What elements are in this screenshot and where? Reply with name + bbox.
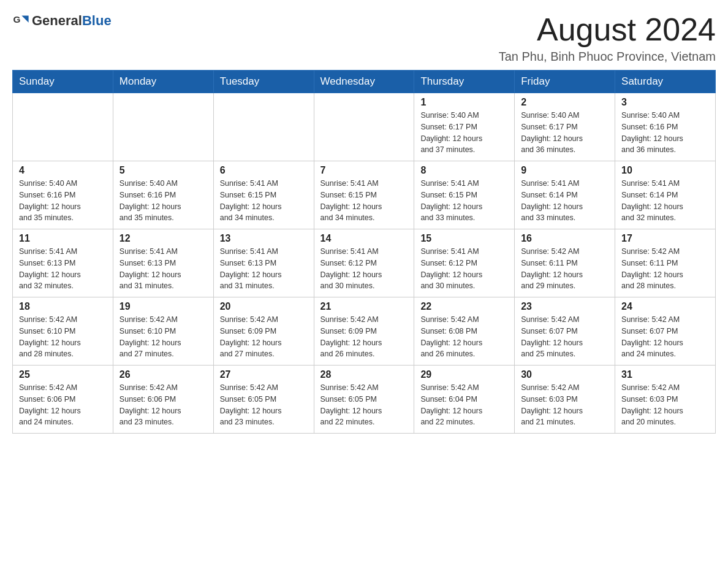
calendar-cell: 28Sunrise: 5:42 AMSunset: 6:05 PMDayligh… <box>314 366 414 434</box>
calendar-cell <box>213 93 314 161</box>
calendar-cell: 3Sunrise: 5:40 AMSunset: 6:16 PMDaylight… <box>615 93 716 161</box>
day-info: Sunrise: 5:42 AMSunset: 6:07 PMDaylight:… <box>621 314 709 360</box>
day-number: 26 <box>119 369 207 380</box>
logo-icon: G <box>12 12 29 29</box>
day-number: 7 <box>320 165 408 176</box>
weekday-header-friday: Friday <box>515 71 615 93</box>
week-row-3: 11Sunrise: 5:41 AMSunset: 6:13 PMDayligh… <box>13 229 716 297</box>
day-number: 2 <box>521 97 609 108</box>
logo-general-text: General <box>32 13 82 28</box>
day-info: Sunrise: 5:42 AMSunset: 6:11 PMDaylight:… <box>521 246 609 292</box>
day-number: 19 <box>119 301 207 312</box>
day-info: Sunrise: 5:42 AMSunset: 6:06 PMDaylight:… <box>19 382 107 428</box>
day-info: Sunrise: 5:42 AMSunset: 6:10 PMDaylight:… <box>19 314 107 360</box>
calendar-cell: 5Sunrise: 5:40 AMSunset: 6:16 PMDaylight… <box>113 161 213 229</box>
calendar-cell: 13Sunrise: 5:41 AMSunset: 6:13 PMDayligh… <box>213 229 314 297</box>
day-info: Sunrise: 5:42 AMSunset: 6:11 PMDaylight:… <box>621 246 709 292</box>
day-info: Sunrise: 5:40 AMSunset: 6:17 PMDaylight:… <box>420 110 508 156</box>
weekday-header-thursday: Thursday <box>414 71 515 93</box>
day-info: Sunrise: 5:40 AMSunset: 6:17 PMDaylight:… <box>521 110 609 156</box>
weekday-header-wednesday: Wednesday <box>314 71 414 93</box>
day-info: Sunrise: 5:42 AMSunset: 6:05 PMDaylight:… <box>320 382 408 428</box>
logo: G GeneralBlue <box>12 12 112 29</box>
day-number: 9 <box>521 165 609 176</box>
day-number: 16 <box>521 233 609 244</box>
week-row-1: 1Sunrise: 5:40 AMSunset: 6:17 PMDaylight… <box>13 93 716 161</box>
calendar-cell: 1Sunrise: 5:40 AMSunset: 6:17 PMDaylight… <box>414 93 515 161</box>
day-number: 25 <box>19 369 107 380</box>
calendar-cell: 31Sunrise: 5:42 AMSunset: 6:03 PMDayligh… <box>615 366 716 434</box>
week-row-4: 18Sunrise: 5:42 AMSunset: 6:10 PMDayligh… <box>13 297 716 366</box>
day-number: 24 <box>621 301 709 312</box>
day-number: 23 <box>521 301 609 312</box>
calendar-cell: 10Sunrise: 5:41 AMSunset: 6:14 PMDayligh… <box>615 161 716 229</box>
day-info: Sunrise: 5:42 AMSunset: 6:04 PMDaylight:… <box>420 382 508 428</box>
calendar-cell <box>113 93 213 161</box>
day-number: 22 <box>420 301 508 312</box>
day-number: 1 <box>420 97 508 108</box>
day-number: 27 <box>220 369 308 380</box>
day-number: 21 <box>320 301 408 312</box>
day-number: 13 <box>220 233 308 244</box>
calendar-cell: 22Sunrise: 5:42 AMSunset: 6:08 PMDayligh… <box>414 297 515 366</box>
day-number: 18 <box>19 301 107 312</box>
day-info: Sunrise: 5:42 AMSunset: 6:03 PMDaylight:… <box>521 382 609 428</box>
calendar-cell: 21Sunrise: 5:42 AMSunset: 6:09 PMDayligh… <box>314 297 414 366</box>
day-number: 29 <box>420 369 508 380</box>
calendar-cell: 7Sunrise: 5:41 AMSunset: 6:15 PMDaylight… <box>314 161 414 229</box>
day-info: Sunrise: 5:41 AMSunset: 6:15 PMDaylight:… <box>220 178 308 224</box>
calendar-table: SundayMondayTuesdayWednesdayThursdayFrid… <box>12 70 716 434</box>
day-number: 17 <box>621 233 709 244</box>
calendar-cell: 24Sunrise: 5:42 AMSunset: 6:07 PMDayligh… <box>615 297 716 366</box>
day-number: 4 <box>19 165 107 176</box>
day-info: Sunrise: 5:42 AMSunset: 6:09 PMDaylight:… <box>320 314 408 360</box>
calendar-cell: 20Sunrise: 5:42 AMSunset: 6:09 PMDayligh… <box>213 297 314 366</box>
calendar-cell: 26Sunrise: 5:42 AMSunset: 6:06 PMDayligh… <box>113 366 213 434</box>
day-number: 31 <box>621 369 709 380</box>
day-info: Sunrise: 5:42 AMSunset: 6:05 PMDaylight:… <box>220 382 308 428</box>
weekday-header-sunday: Sunday <box>13 71 113 93</box>
day-info: Sunrise: 5:41 AMSunset: 6:12 PMDaylight:… <box>420 246 508 292</box>
day-number: 8 <box>420 165 508 176</box>
calendar-cell: 8Sunrise: 5:41 AMSunset: 6:15 PMDaylight… <box>414 161 515 229</box>
title-area: August 2024 Tan Phu, Binh Phuoc Province… <box>499 12 716 64</box>
calendar-cell: 15Sunrise: 5:41 AMSunset: 6:12 PMDayligh… <box>414 229 515 297</box>
calendar-cell <box>314 93 414 161</box>
weekday-header-saturday: Saturday <box>615 71 716 93</box>
calendar-cell: 27Sunrise: 5:42 AMSunset: 6:05 PMDayligh… <box>213 366 314 434</box>
calendar-cell: 14Sunrise: 5:41 AMSunset: 6:12 PMDayligh… <box>314 229 414 297</box>
day-info: Sunrise: 5:42 AMSunset: 6:10 PMDaylight:… <box>119 314 207 360</box>
week-row-2: 4Sunrise: 5:40 AMSunset: 6:16 PMDaylight… <box>13 161 716 229</box>
day-info: Sunrise: 5:41 AMSunset: 6:12 PMDaylight:… <box>320 246 408 292</box>
calendar-cell: 19Sunrise: 5:42 AMSunset: 6:10 PMDayligh… <box>113 297 213 366</box>
day-number: 30 <box>521 369 609 380</box>
day-number: 20 <box>220 301 308 312</box>
calendar-cell: 17Sunrise: 5:42 AMSunset: 6:11 PMDayligh… <box>615 229 716 297</box>
calendar-cell: 30Sunrise: 5:42 AMSunset: 6:03 PMDayligh… <box>515 366 615 434</box>
week-row-5: 25Sunrise: 5:42 AMSunset: 6:06 PMDayligh… <box>13 366 716 434</box>
weekday-header-monday: Monday <box>113 71 213 93</box>
day-info: Sunrise: 5:42 AMSunset: 6:03 PMDaylight:… <box>621 382 709 428</box>
calendar-cell: 9Sunrise: 5:41 AMSunset: 6:14 PMDaylight… <box>515 161 615 229</box>
day-number: 12 <box>119 233 207 244</box>
location-title: Tan Phu, Binh Phuoc Province, Vietnam <box>499 50 716 64</box>
day-number: 11 <box>19 233 107 244</box>
day-info: Sunrise: 5:41 AMSunset: 6:13 PMDaylight:… <box>119 246 207 292</box>
day-number: 14 <box>320 233 408 244</box>
day-number: 3 <box>621 97 709 108</box>
calendar-cell: 29Sunrise: 5:42 AMSunset: 6:04 PMDayligh… <box>414 366 515 434</box>
day-info: Sunrise: 5:41 AMSunset: 6:13 PMDaylight:… <box>19 246 107 292</box>
day-number: 28 <box>320 369 408 380</box>
calendar-cell: 16Sunrise: 5:42 AMSunset: 6:11 PMDayligh… <box>515 229 615 297</box>
day-number: 6 <box>220 165 308 176</box>
day-info: Sunrise: 5:40 AMSunset: 6:16 PMDaylight:… <box>19 178 107 224</box>
day-info: Sunrise: 5:40 AMSunset: 6:16 PMDaylight:… <box>119 178 207 224</box>
calendar-cell: 23Sunrise: 5:42 AMSunset: 6:07 PMDayligh… <box>515 297 615 366</box>
day-info: Sunrise: 5:40 AMSunset: 6:16 PMDaylight:… <box>621 110 709 156</box>
day-number: 15 <box>420 233 508 244</box>
calendar-cell: 12Sunrise: 5:41 AMSunset: 6:13 PMDayligh… <box>113 229 213 297</box>
day-number: 10 <box>621 165 709 176</box>
calendar-cell: 2Sunrise: 5:40 AMSunset: 6:17 PMDaylight… <box>515 93 615 161</box>
calendar-cell <box>13 93 113 161</box>
day-info: Sunrise: 5:41 AMSunset: 6:14 PMDaylight:… <box>521 178 609 224</box>
